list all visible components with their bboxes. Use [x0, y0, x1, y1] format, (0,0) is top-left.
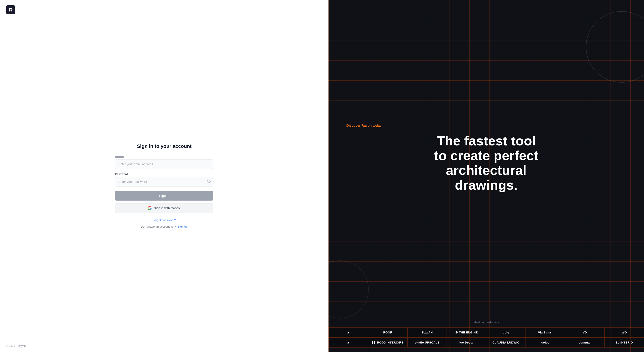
customers-section: Meet our customers aROOFSL▬AN⚙ THE ENGIN…	[328, 321, 644, 352]
logo-text-rojo: ▌▌ ROJO INTERIORS	[372, 341, 404, 344]
logo-cell-connuar: connuar	[565, 338, 604, 348]
logo-cell-the-engine: ⚙ THE ENGINE	[447, 328, 486, 338]
google-button-label: Sign in with Google	[154, 206, 181, 210]
logo-text-upscale: studio UPSCALE	[414, 341, 440, 344]
signin-button[interactable]: Sign in	[115, 191, 213, 200]
toggle-password-icon[interactable]	[206, 179, 211, 184]
signup-link[interactable]: Sign up	[178, 225, 188, 228]
logo-cell-wedecor: We Decor	[447, 338, 486, 348]
logo-cell-upscale: studio UPSCALE	[408, 338, 447, 348]
no-account-text: Don't have an account yet?	[141, 225, 176, 228]
signup-prompt: Don't have an account yet? Sign up	[115, 225, 213, 228]
forgot-password-link[interactable]: Forgot password?	[115, 218, 213, 222]
footer-copyright: © 2025 – Rayon	[6, 345, 26, 348]
logo-text-vd: VD	[583, 331, 587, 334]
hero-line2: to create perfect	[434, 148, 538, 163]
logo-text-wo: WO	[622, 331, 627, 334]
hero-line3: architectural drawings.	[446, 163, 526, 192]
logo-cell-viasana: Via Sana⁺	[526, 328, 565, 338]
right-panel: Discover Rayon today The fastest tool to…	[328, 0, 644, 352]
left-panel: Sign in to your account Password	[0, 0, 328, 352]
logo-text-wedecor: We Decor	[459, 341, 474, 344]
google-signin-button[interactable]: Sign in with Google	[115, 203, 213, 213]
email-input[interactable]	[115, 160, 213, 169]
email-field-group	[115, 156, 213, 169]
logo-cell-el: EL INTERIO	[605, 338, 644, 348]
logo-text-the-engine: ⚙ THE ENGINE	[455, 331, 478, 334]
rayon-logo-icon	[8, 7, 13, 12]
logo-text-el: EL INTERIO	[616, 341, 633, 344]
password-field-group: Password	[115, 173, 213, 186]
logo-text-partial-left: a	[347, 331, 349, 334]
logos-row-1: aROOFSL▬AN⚙ THE ENGINEubiqVia Sana⁺VDWO	[328, 328, 644, 338]
customers-label: Meet our customers	[328, 321, 644, 324]
logo-text-partial-left2: a	[347, 341, 349, 344]
logo-text-roof: ROOF	[383, 331, 392, 334]
logo-cell-partial-left: a	[328, 328, 368, 338]
password-input[interactable]	[115, 177, 213, 186]
discover-label: Discover Rayon today	[342, 124, 382, 127]
form-inner: Sign in to your account Password	[115, 143, 213, 228]
logo-cell-claudia: CLAUDIA LUDWIC	[486, 338, 526, 348]
email-label-placeholder	[115, 156, 124, 158]
logo-cell-slean: SL▬AN	[408, 328, 447, 338]
password-label: Password	[115, 173, 213, 176]
logo-text-connuar: connuar	[579, 341, 591, 344]
logo-text-coloc: coloc	[541, 341, 550, 344]
logos-row-2: a▌▌ ROJO INTERIORSstudio UPSCALEWe Decor…	[328, 338, 644, 348]
logo-cell-coloc: coloc	[526, 338, 565, 348]
logo-cell-vd: VD	[565, 328, 604, 338]
hero-line1: The fastest tool	[437, 133, 536, 148]
logo-text-slean: SL▬AN	[421, 331, 433, 334]
logo-cell-partial-left2: a	[328, 338, 368, 348]
app-logo	[6, 5, 15, 14]
logo-cell-wo: WO	[605, 328, 644, 338]
logo-cell-rojo: ▌▌ ROJO INTERIORS	[368, 338, 407, 348]
logo-area	[0, 0, 328, 20]
form-title: Sign in to your account	[115, 143, 213, 149]
logo-cell-roof: ROOF	[368, 328, 407, 338]
password-wrapper	[115, 177, 213, 186]
logo-text-viasana: Via Sana⁺	[538, 331, 552, 334]
google-logo-icon	[148, 206, 152, 210]
svg-point-0	[208, 181, 209, 182]
logo-cell-ubiq: ubiq	[486, 328, 526, 338]
logo-text-claudia: CLAUDIA LUDWIC	[492, 341, 520, 344]
logo-text-ubiq: ubiq	[503, 331, 509, 334]
right-content: Discover Rayon today The fastest tool to…	[328, 0, 644, 321]
hero-text: The fastest tool to create perfect archi…	[417, 134, 556, 192]
form-container: Sign in to your account Password	[0, 20, 328, 352]
